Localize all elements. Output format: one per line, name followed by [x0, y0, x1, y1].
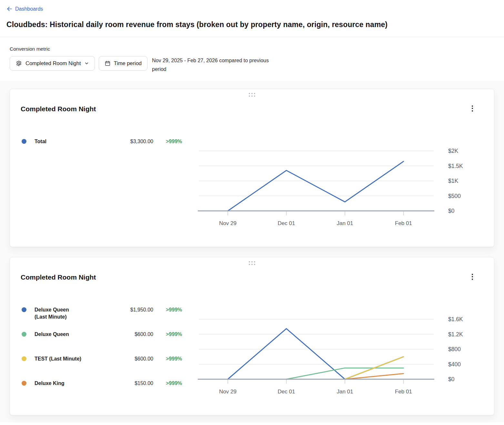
time-period-button[interactable]: Time period: [99, 56, 148, 71]
series-color-dot: [22, 332, 26, 337]
series-line-test-last-minute-: [345, 357, 404, 379]
series-line-total: [228, 162, 404, 211]
y-axis-label: $800: [448, 346, 461, 352]
back-link-label: Dashboards: [15, 6, 43, 12]
conversion-metric-dropdown[interactable]: Completed Room Night: [10, 56, 95, 71]
chart-legend: Total$3,300.00>999%: [22, 138, 187, 163]
series-change-badge: >999%: [166, 306, 182, 313]
date-range-text: Nov 29, 2025 - Feb 27, 2026 compared to …: [152, 56, 273, 74]
conversion-metric-value: Completed Room Night: [25, 60, 81, 66]
series-color-dot: [22, 356, 26, 361]
series-change-badge: >999%: [166, 380, 182, 387]
controls-section: Conversion metric Completed Room Night T…: [0, 46, 504, 74]
series-name: Total: [35, 138, 93, 145]
series-value: $1,950.00: [93, 306, 153, 313]
series-color-dot: [22, 307, 26, 312]
gear-icon: [15, 60, 22, 67]
y-axis-label: $1K: [448, 178, 458, 184]
y-axis-label: $0: [448, 208, 455, 214]
x-axis-label: Nov 29: [219, 389, 237, 395]
arrow-left-icon: [6, 6, 13, 12]
time-period-label: Time period: [114, 60, 142, 66]
series-value: $150.00: [93, 380, 153, 387]
y-axis-label: $500: [448, 193, 461, 199]
series-color-dot: [22, 381, 26, 386]
x-axis-label: Dec 01: [278, 220, 295, 226]
chart-card-completed-room-night-total: Completed Room Night Total$3,300.00>999%…: [10, 89, 494, 247]
x-axis-label: Nov 29: [219, 220, 237, 226]
y-axis-label: $400: [448, 361, 461, 368]
legend-item[interactable]: Total$3,300.00>999%: [22, 138, 187, 145]
series-value: $600.00: [93, 355, 153, 362]
conversion-metric-label: Conversion metric: [10, 46, 494, 52]
series-line-deluxe-king: [345, 374, 404, 379]
more-options-button[interactable]: [469, 272, 476, 281]
series-value: $3,300.00: [93, 138, 153, 145]
legend-item[interactable]: Deluxe Queen(Last Minute)$1,950.00>999%: [22, 306, 187, 321]
series-name: Deluxe King: [35, 380, 93, 387]
series-line-deluxe-queen-last-minute-: [228, 329, 404, 379]
x-axis-label: Feb 01: [395, 220, 412, 226]
y-axis-label: $1.5K: [448, 163, 463, 169]
series-change-badge: >999%: [166, 138, 182, 145]
series-change-badge: >999%: [166, 331, 182, 338]
y-axis-label: $0: [448, 376, 455, 382]
chart-card-completed-room-night-by-resource: Completed Room Night Deluxe Queen(Last M…: [10, 257, 494, 415]
calendar-icon: [105, 60, 111, 66]
back-to-dashboards-link[interactable]: Dashboards: [6, 6, 43, 12]
series-name: Deluxe Queen: [35, 331, 93, 338]
y-axis-label: $1.6K: [448, 316, 463, 322]
series-name: Deluxe Queen(Last Minute): [35, 306, 93, 321]
series-change-badge: >999%: [166, 355, 182, 362]
card-title: Completed Room Night: [21, 105, 96, 113]
series-name: TEST (Last Minute): [35, 355, 93, 362]
legend-item[interactable]: Deluxe King$150.00>999%: [22, 380, 187, 387]
series-line-deluxe-queen: [287, 368, 404, 379]
legend-item[interactable]: Deluxe Queen$600.00>999%: [22, 331, 187, 338]
x-axis-label: Feb 01: [395, 389, 412, 395]
y-axis-label: $2K: [448, 148, 458, 154]
y-axis-label: $1.2K: [448, 331, 463, 338]
drag-handle-icon[interactable]: [248, 260, 256, 266]
header-divider: [0, 37, 504, 37]
series-value: $600.00: [93, 331, 153, 338]
series-color-dot: [22, 139, 26, 144]
dashboard-canvas: Completed Room Night Total$3,300.00>999%…: [0, 81, 504, 422]
revenue-line-chart: Nov 29Dec 01Jan 01Feb 01$1.6K$1.2K$800$4…: [189, 308, 484, 409]
x-axis-label: Dec 01: [278, 389, 295, 395]
page-title: Cloudbeds: Historical daily room revenue…: [6, 20, 494, 29]
drag-handle-icon[interactable]: [248, 92, 256, 98]
more-options-button[interactable]: [469, 104, 476, 113]
chart-legend: Deluxe Queen(Last Minute)$1,950.00>999%D…: [22, 306, 187, 404]
page-header: Dashboards Cloudbeds: Historical daily r…: [0, 0, 504, 29]
chevron-down-icon: [84, 61, 89, 66]
revenue-line-chart: Nov 29Dec 01Jan 01Feb 01$2K$1.5K$1K$500$…: [189, 140, 484, 241]
card-title: Completed Room Night: [21, 273, 96, 281]
legend-item[interactable]: TEST (Last Minute)$600.00>999%: [22, 355, 187, 362]
x-axis-label: Jan 01: [337, 220, 353, 226]
x-axis-label: Jan 01: [337, 389, 353, 395]
